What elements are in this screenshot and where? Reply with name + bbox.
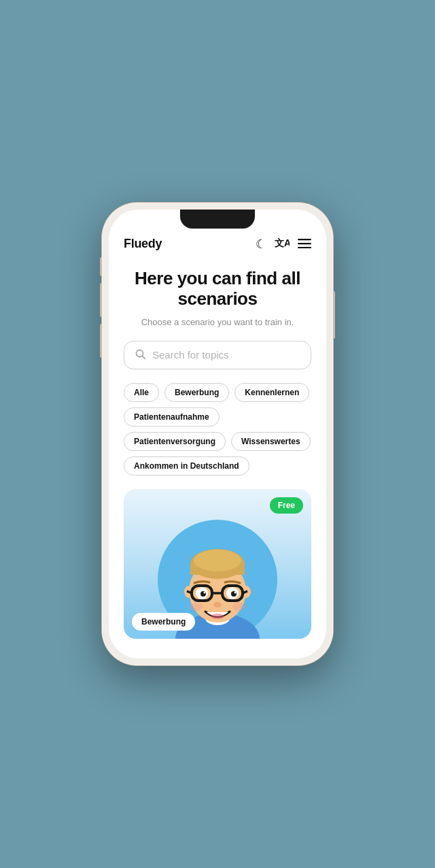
search-placeholder-text: Search for topics bbox=[152, 349, 229, 361]
svg-rect-1 bbox=[298, 239, 311, 240]
page-title: Here you can find all scenarios bbox=[124, 269, 311, 310]
tag-patientenversorgung[interactable]: Patientenversorgung bbox=[124, 432, 226, 451]
notch bbox=[180, 210, 255, 229]
phone-frame: Fluedy ☾ 文A bbox=[102, 203, 333, 665]
app-logo: Fluedy bbox=[124, 237, 162, 251]
svg-point-29 bbox=[189, 603, 203, 611]
header-actions: ☾ 文A bbox=[256, 237, 311, 251]
tag-alle[interactable]: Alle bbox=[124, 383, 159, 402]
tag-bewerbung[interactable]: Bewerbung bbox=[164, 383, 229, 402]
svg-point-25 bbox=[204, 591, 206, 593]
menu-icon[interactable] bbox=[298, 238, 311, 250]
free-badge: Free bbox=[270, 497, 303, 514]
svg-rect-2 bbox=[298, 243, 311, 244]
phone-screen: Fluedy ☾ 文A bbox=[109, 210, 326, 658]
tag-patientenaufnahme[interactable]: Patientenaufnahme bbox=[124, 407, 220, 427]
volume-down-button bbox=[100, 324, 102, 358]
svg-point-26 bbox=[234, 591, 237, 593]
main-content: Here you can find all scenarios Choose a… bbox=[109, 256, 326, 652]
card-category-tag: Bewerbung bbox=[132, 613, 195, 631]
search-bar[interactable]: Search for topics bbox=[124, 341, 311, 369]
svg-point-27 bbox=[213, 602, 222, 607]
svg-rect-3 bbox=[298, 247, 311, 248]
tags-container: Alle Bewerbung Kennenlernen Patientenauf… bbox=[124, 383, 311, 475]
svg-line-5 bbox=[143, 356, 145, 358]
tag-ankommen[interactable]: Ankommen in Deutschland bbox=[124, 456, 249, 475]
dark-mode-icon[interactable]: ☾ bbox=[256, 238, 266, 250]
svg-point-30 bbox=[232, 603, 246, 611]
mute-button bbox=[100, 257, 102, 276]
screen-content: Fluedy ☾ 文A bbox=[109, 210, 326, 658]
translate-icon[interactable]: 文A bbox=[275, 237, 290, 251]
scenario-card[interactable]: Free bbox=[124, 489, 311, 639]
page-subtitle: Choose a scenario you want to train in. bbox=[124, 316, 311, 329]
tag-kennenlernen[interactable]: Kennenlernen bbox=[234, 383, 309, 402]
app-header: Fluedy ☾ 文A bbox=[109, 229, 326, 256]
svg-point-28 bbox=[211, 614, 224, 619]
volume-up-button bbox=[100, 283, 102, 317]
search-icon bbox=[135, 349, 145, 361]
power-button bbox=[333, 291, 335, 339]
svg-point-13 bbox=[194, 550, 241, 571]
svg-text:文A: 文A bbox=[275, 237, 290, 248]
tag-wissenswertes[interactable]: Wissenswertes bbox=[231, 432, 311, 451]
